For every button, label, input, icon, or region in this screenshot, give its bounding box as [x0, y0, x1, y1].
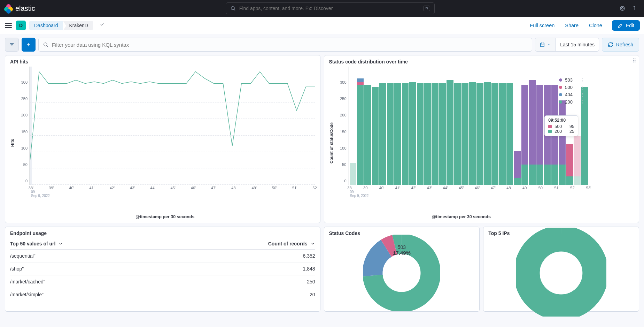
table-row[interactable]: /market/simple"20 [10, 288, 315, 301]
x-axis-label: @timestamp per 30 seconds [334, 214, 589, 219]
panel-status-codes: Status Codes 503 17.49% [324, 227, 480, 312]
saved-check-icon [99, 22, 105, 29]
bar-col[interactable] [499, 67, 506, 185]
fullscreen-button[interactable]: Full screen [526, 23, 558, 28]
bar-col[interactable] [372, 67, 379, 185]
time-picker[interactable]: Last 15 minutes [535, 38, 599, 52]
bar-col[interactable] [461, 67, 468, 185]
x-axis-label: @timestamp per 30 seconds [15, 214, 315, 219]
edit-button[interactable]: Edit [612, 20, 640, 31]
bar-col[interactable] [417, 67, 424, 185]
bar-col[interactable] [350, 67, 356, 185]
bar-col[interactable] [521, 67, 528, 185]
bar-col[interactable] [447, 67, 453, 185]
query-bar[interactable] [38, 38, 532, 52]
svg-point-2 [620, 6, 624, 10]
x-date-label: 09Sep 9, 2022 [350, 190, 369, 198]
donut-callout: 503 17.49% [393, 244, 411, 256]
col-url-header[interactable]: Top 50 values of url [10, 241, 55, 246]
bar-col[interactable] [394, 67, 401, 185]
add-filter-button[interactable] [22, 38, 36, 52]
panel-title: API hits [10, 59, 315, 64]
breadcrumb: Dashboard KrakenD [29, 21, 93, 30]
plus-icon [26, 42, 31, 47]
svg-point-0 [231, 7, 234, 10]
breadcrumb-current[interactable]: KrakenD [63, 21, 93, 30]
bar-col[interactable] [387, 67, 394, 185]
table-row[interactable]: /market/cached"250 [10, 275, 315, 288]
table-header: Top 50 values of url Count of records [10, 238, 315, 250]
refresh-button[interactable]: Refresh [602, 38, 639, 52]
nav-toggle-icon[interactable] [4, 21, 13, 30]
col-count-header[interactable]: Count of records [268, 241, 308, 246]
svg-point-10 [44, 43, 47, 46]
filter-icon [9, 42, 15, 47]
brand-text: elastic [15, 5, 35, 13]
refresh-icon [608, 42, 613, 47]
x-date-label: 09Sep 9, 2022 [31, 190, 50, 198]
breadcrumb-dashboard[interactable]: Dashboard [29, 21, 63, 30]
bar-col[interactable] [536, 67, 543, 185]
legend: 503⋮500⋮404⋮200⋮ [559, 76, 584, 106]
bar-col[interactable] [402, 67, 409, 185]
bar-col[interactable] [439, 67, 446, 185]
y-axis-label: Hits [10, 67, 15, 219]
svg-line-11 [47, 46, 48, 47]
chart-tooltip: 09:52:005009520025 [544, 115, 578, 136]
bar-col[interactable] [514, 67, 520, 185]
chevron-down-icon[interactable] [58, 241, 63, 246]
help-icon[interactable] [631, 6, 637, 11]
bar-col[interactable] [491, 67, 498, 185]
share-button[interactable]: Share [561, 23, 582, 28]
svg-point-4 [634, 10, 635, 10]
filters-toggle-button[interactable] [5, 38, 19, 52]
y-axis-label: Count of statusCode [329, 67, 334, 219]
query-input[interactable] [52, 42, 528, 48]
svg-point-20 [527, 238, 596, 307]
panel-endpoint-usage: Endpoint usage Top 50 values of url Coun… [5, 227, 320, 312]
global-search-input[interactable] [239, 6, 420, 11]
edit-label: Edit [626, 23, 634, 28]
bar-col[interactable] [476, 67, 483, 185]
search-icon [43, 42, 48, 47]
table-row[interactable]: /sequential"6,352 [10, 250, 315, 263]
panel-title: Status code distribution over time [329, 59, 634, 64]
calendar-icon [540, 42, 545, 47]
svg-point-3 [621, 7, 623, 9]
legend-item[interactable]: 200⋮ [559, 98, 584, 106]
legend-item[interactable]: 404⋮ [559, 91, 584, 98]
clone-button[interactable]: Clone [585, 23, 606, 28]
legend-item[interactable]: 503⋮ [559, 76, 584, 84]
panel-status-over-time: ⠿ Status code distribution over time Cou… [324, 55, 639, 223]
svg-line-1 [234, 9, 235, 10]
panel-options-icon[interactable]: ⠿ [632, 58, 637, 64]
global-search[interactable]: ^/ [226, 2, 435, 14]
elastic-logo[interactable]: elastic [4, 4, 35, 13]
space-selector[interactable]: D [16, 21, 26, 30]
bar-col[interactable] [424, 67, 431, 185]
chevron-down-icon [547, 43, 551, 47]
bar-col[interactable] [357, 67, 364, 185]
bar-col[interactable] [506, 67, 513, 185]
bar-col[interactable] [469, 67, 476, 185]
logo-mark-icon [4, 4, 13, 13]
chevron-down-icon[interactable] [310, 241, 315, 246]
table-row[interactable]: /shop"1,848 [10, 263, 315, 275]
bar-col[interactable] [454, 67, 461, 185]
panel-top-ips: Top 5 IPs [483, 227, 639, 312]
search-icon [230, 6, 236, 11]
bar-col[interactable] [379, 67, 386, 185]
ips-donut [516, 228, 606, 317]
bar-col[interactable] [529, 67, 535, 185]
bar-col[interactable] [432, 67, 438, 185]
pencil-icon [618, 23, 623, 28]
bar-col[interactable] [409, 67, 416, 185]
panel-title: Endpoint usage [10, 230, 315, 236]
bar-col[interactable] [484, 67, 491, 185]
time-range-label: Last 15 minutes [556, 38, 599, 51]
bar-col[interactable] [364, 67, 371, 185]
refresh-label: Refresh [616, 42, 633, 47]
panel-api-hits: API hits Hits 050100150200250300 09Sep 9… [5, 55, 320, 223]
news-icon[interactable] [620, 6, 625, 11]
legend-item[interactable]: 500⋮ [559, 84, 584, 91]
